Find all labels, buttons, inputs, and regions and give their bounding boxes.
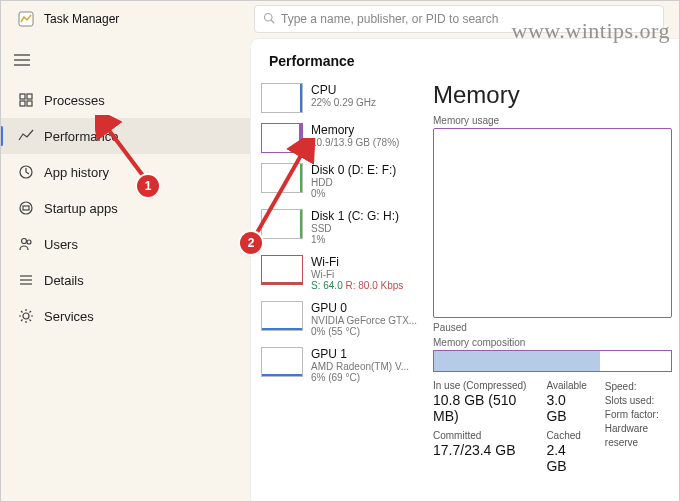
disk1-thumb xyxy=(261,209,303,239)
history-icon xyxy=(12,164,40,180)
sidebar-item-processes[interactable]: Processes xyxy=(0,82,250,118)
detail-title: Memory xyxy=(433,81,672,109)
perf-row-sub: HDD xyxy=(311,177,396,188)
svg-point-18 xyxy=(23,313,29,319)
stat-value: 10.8 GB (510 MB) xyxy=(433,392,528,424)
callout-badge-2: 2 xyxy=(240,232,262,254)
disk0-thumb xyxy=(261,163,303,193)
svg-rect-8 xyxy=(20,101,25,106)
perf-row-title: Wi-Fi xyxy=(311,255,403,269)
startup-icon xyxy=(12,200,40,216)
stat-label: Committed xyxy=(433,430,528,441)
perf-row-sub2: 0% (55 °C) xyxy=(311,326,417,337)
services-icon xyxy=(12,308,40,324)
memory-usage-graph xyxy=(433,128,672,318)
sidebar-item-label: Details xyxy=(44,273,84,288)
usage-label: Memory usage xyxy=(433,115,672,126)
stat-value: 17.7/23.4 GB xyxy=(433,442,528,458)
perf-row-sub: 10.9/13.9 GB (78%) xyxy=(311,137,399,148)
stat-label: In use (Compressed) xyxy=(433,380,528,391)
stat-label: Available xyxy=(546,380,586,391)
perf-row-sub2: S: 64.0 R: 80.0 Kbps xyxy=(311,280,403,291)
svg-rect-6 xyxy=(20,94,25,99)
perf-row-disk0[interactable]: Disk 0 (D: E: F:)HDD0% xyxy=(257,159,423,203)
composition-label: Memory composition xyxy=(433,337,672,348)
task-manager-window: Task Manager Type a name, publisher, or … xyxy=(0,0,680,502)
sidebar-item-label: Services xyxy=(44,309,94,324)
performance-list: CPU22% 0.29 GHz Memory10.9/13.9 GB (78%)… xyxy=(251,77,429,502)
perf-row-gpu1[interactable]: GPU 1AMD Radeon(TM) V...6% (69 °C) xyxy=(257,343,423,387)
perf-row-memory[interactable]: Memory10.9/13.9 GB (78%) xyxy=(257,119,423,157)
perf-row-title: Disk 1 (C: G: H:) xyxy=(311,209,399,223)
sidebar-item-label: App history xyxy=(44,165,109,180)
svg-line-2 xyxy=(271,20,274,23)
cpu-thumb xyxy=(261,83,303,113)
wifi-thumb xyxy=(261,255,303,285)
page-title: Performance xyxy=(251,39,680,77)
stat-label: Slots used: xyxy=(605,394,672,408)
svg-point-14 xyxy=(27,240,31,244)
memory-composition-bar xyxy=(433,350,672,372)
perf-row-gpu0[interactable]: GPU 0NVIDIA GeForce GTX...0% (55 °C) xyxy=(257,297,423,341)
svg-point-11 xyxy=(20,202,32,214)
gpu1-thumb xyxy=(261,347,303,377)
search-icon xyxy=(263,12,275,27)
svg-point-1 xyxy=(265,13,273,21)
window-title: Task Manager xyxy=(44,12,119,26)
stat-extra: Speed: Slots used: Form factor: Hardware… xyxy=(605,380,672,474)
sidebar-item-app-history[interactable]: App history xyxy=(0,154,250,190)
sidebar-item-label: Processes xyxy=(44,93,105,108)
perf-row-cpu[interactable]: CPU22% 0.29 GHz xyxy=(257,79,423,117)
titlebar: Task Manager Type a name, publisher, or … xyxy=(0,0,680,38)
sidebar-item-users[interactable]: Users xyxy=(0,226,250,262)
svg-rect-12 xyxy=(23,206,29,210)
stat-value: 2.4 GB xyxy=(546,442,586,474)
perf-row-sub: NVIDIA GeForce GTX... xyxy=(311,315,417,326)
perf-row-title: GPU 0 xyxy=(311,301,417,315)
stats: In use (Compressed) 10.8 GB (510 MB) Com… xyxy=(433,380,672,474)
perf-row-sub: AMD Radeon(TM) V... xyxy=(311,361,409,372)
stat-in-use: In use (Compressed) 10.8 GB (510 MB) Com… xyxy=(433,380,528,474)
sidebar-item-services[interactable]: Services xyxy=(0,298,250,334)
callout-badge-1: 1 xyxy=(137,175,159,197)
perf-row-wifi[interactable]: Wi-FiWi-FiS: 64.0 R: 80.0 Kbps xyxy=(257,251,423,295)
memory-thumb xyxy=(261,123,303,153)
content: Performance CPU22% 0.29 GHz Memory10.9/1… xyxy=(250,38,680,502)
stat-label: Form factor: xyxy=(605,408,672,422)
sidebar-item-details[interactable]: Details xyxy=(0,262,250,298)
gpu0-thumb xyxy=(261,301,303,331)
paused-label: Paused xyxy=(433,322,672,333)
sidebar: Processes Performance App history Startu… xyxy=(0,38,250,502)
sidebar-item-label: Users xyxy=(44,237,78,252)
perf-row-title: CPU xyxy=(311,83,376,97)
stat-value: 3.0 GB xyxy=(546,392,586,424)
sidebar-item-startup-apps[interactable]: Startup apps xyxy=(0,190,250,226)
stat-label: Cached xyxy=(546,430,586,441)
perf-row-sub: SSD xyxy=(311,223,399,234)
stat-available: Available 3.0 GB Cached 2.4 GB xyxy=(546,380,586,474)
sidebar-item-label: Performance xyxy=(44,129,118,144)
perf-row-title: GPU 1 xyxy=(311,347,409,361)
performance-icon xyxy=(12,128,40,144)
body: Processes Performance App history Startu… xyxy=(0,38,680,502)
perf-row-sub: Wi-Fi xyxy=(311,269,403,280)
search-placeholder: Type a name, publisher, or PID to search xyxy=(281,12,498,26)
sidebar-item-label: Startup apps xyxy=(44,201,118,216)
svg-rect-9 xyxy=(27,101,32,106)
stat-label: Speed: xyxy=(605,380,672,394)
svg-point-13 xyxy=(22,239,27,244)
perf-row-sub2: 1% xyxy=(311,234,399,245)
hamburger-button[interactable] xyxy=(2,44,42,76)
perf-row-sub2: 0% xyxy=(311,188,396,199)
sidebar-item-performance[interactable]: Performance xyxy=(0,118,250,154)
perf-row-title: Memory xyxy=(311,123,399,137)
processes-icon xyxy=(12,92,40,108)
details-icon xyxy=(12,272,40,288)
app-icon xyxy=(18,11,34,27)
search-input[interactable]: Type a name, publisher, or PID to search xyxy=(254,5,664,33)
svg-rect-7 xyxy=(27,94,32,99)
perf-row-sub: 22% 0.29 GHz xyxy=(311,97,376,108)
perf-row-disk1[interactable]: Disk 1 (C: G: H:)SSD1% xyxy=(257,205,423,249)
perf-row-sub2: 6% (69 °C) xyxy=(311,372,409,383)
performance-detail: Memory Memory usage Paused Memory compos… xyxy=(429,77,680,502)
